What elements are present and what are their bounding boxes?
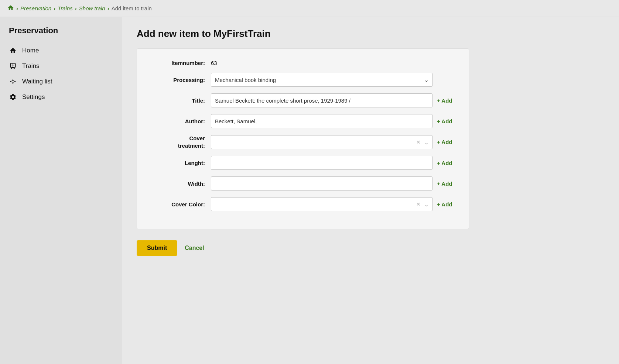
itemnumber-value: 63 <box>211 60 217 66</box>
cover-treatment-select[interactable]: Lamination Foil stamping <box>211 135 432 149</box>
breadcrumb-sep-4: › <box>107 5 109 11</box>
sidebar-item-trains[interactable]: Trains <box>0 58 122 74</box>
length-add-link[interactable]: + Add <box>437 160 452 166</box>
breadcrumb-show-train[interactable]: Show train <box>79 5 105 11</box>
train-icon <box>9 62 17 70</box>
author-label: Author: <box>152 118 211 124</box>
breadcrumb-preservation[interactable]: Preservation <box>20 5 51 11</box>
title-row: Title: + Add <box>152 93 454 107</box>
sidebar-title: Preservation <box>0 17 122 43</box>
cover-color-row: Cover Color: Black Brown Blue ✕ ⌄ + Add <box>152 197 454 211</box>
title-input[interactable] <box>211 93 432 107</box>
sidebar-waiting-label: Waiting list <box>22 78 52 85</box>
itemnumber-label: Itemnumber: <box>152 60 211 66</box>
processing-select[interactable]: Mechanical book binding Manual binding D… <box>211 73 432 87</box>
length-row: Lenght: + Add <box>152 156 454 170</box>
width-input[interactable] <box>211 176 432 190</box>
recycle-icon <box>9 78 17 86</box>
cancel-link[interactable]: Cancel <box>185 245 204 251</box>
itemnumber-row: Itemnumber: 63 <box>152 60 454 66</box>
gear-icon <box>9 93 17 101</box>
processing-select-wrapper: Mechanical book binding Manual binding D… <box>211 73 432 87</box>
width-label: Width: <box>152 181 211 187</box>
main-content: Add new item to MyFirstTrain Itemnumber:… <box>122 17 619 364</box>
author-add-link[interactable]: + Add <box>437 118 452 124</box>
author-input[interactable] <box>211 114 432 128</box>
submit-button[interactable]: Submit <box>137 240 177 256</box>
processing-label: Processing: <box>152 77 211 83</box>
sidebar-nav: Home Trains Waiting list Settings <box>0 43 122 105</box>
breadcrumb-sep-1: › <box>16 5 18 11</box>
cover-color-select-wrapper: Black Brown Blue ✕ ⌄ <box>211 197 432 211</box>
home-icon <box>9 47 17 55</box>
sidebar-item-home[interactable]: Home <box>0 43 122 58</box>
title-add-link[interactable]: + Add <box>437 97 452 104</box>
sidebar-item-waiting-list[interactable]: Waiting list <box>0 74 122 89</box>
cover-treatment-clear-button[interactable]: ✕ <box>416 139 421 145</box>
cover-treatment-label: Covertreatment: <box>152 135 211 149</box>
sidebar-home-label: Home <box>22 47 39 54</box>
author-row: Author: + Add <box>152 114 454 128</box>
title-label: Title: <box>152 97 211 104</box>
cover-color-add-link[interactable]: + Add <box>437 201 452 207</box>
width-row: Width: + Add <box>152 176 454 190</box>
sidebar: Preservation Home Trains Waiting list <box>0 17 122 364</box>
home-icon[interactable] <box>7 4 14 12</box>
sidebar-item-settings[interactable]: Settings <box>0 89 122 105</box>
page-title: Add new item to MyFirstTrain <box>137 28 604 40</box>
breadcrumb-sep-2: › <box>54 5 55 11</box>
processing-row: Processing: Mechanical book binding Manu… <box>152 73 454 87</box>
breadcrumb-trains[interactable]: Trains <box>58 5 73 11</box>
cover-treatment-add-link[interactable]: + Add <box>437 139 452 145</box>
breadcrumb-sep-3: › <box>75 5 77 11</box>
sidebar-settings-label: Settings <box>22 93 45 101</box>
cover-color-select[interactable]: Black Brown Blue <box>211 197 432 211</box>
length-input[interactable] <box>211 156 432 170</box>
cover-color-label: Cover Color: <box>152 201 211 207</box>
breadcrumb: › Preservation › Trains › Show train › A… <box>0 0 619 17</box>
submit-area: Submit Cancel <box>137 240 604 256</box>
width-add-link[interactable]: + Add <box>437 181 452 187</box>
cover-color-clear-button[interactable]: ✕ <box>416 201 421 207</box>
length-label: Lenght: <box>152 160 211 166</box>
breadcrumb-current: Add item to train <box>112 5 152 11</box>
form-card: Itemnumber: 63 Processing: Mechanical bo… <box>137 48 469 229</box>
cover-treatment-row: Covertreatment: Lamination Foil stamping… <box>152 135 454 149</box>
sidebar-trains-label: Trains <box>22 62 40 70</box>
cover-treatment-select-wrapper: Lamination Foil stamping ✕ ⌄ <box>211 135 432 149</box>
